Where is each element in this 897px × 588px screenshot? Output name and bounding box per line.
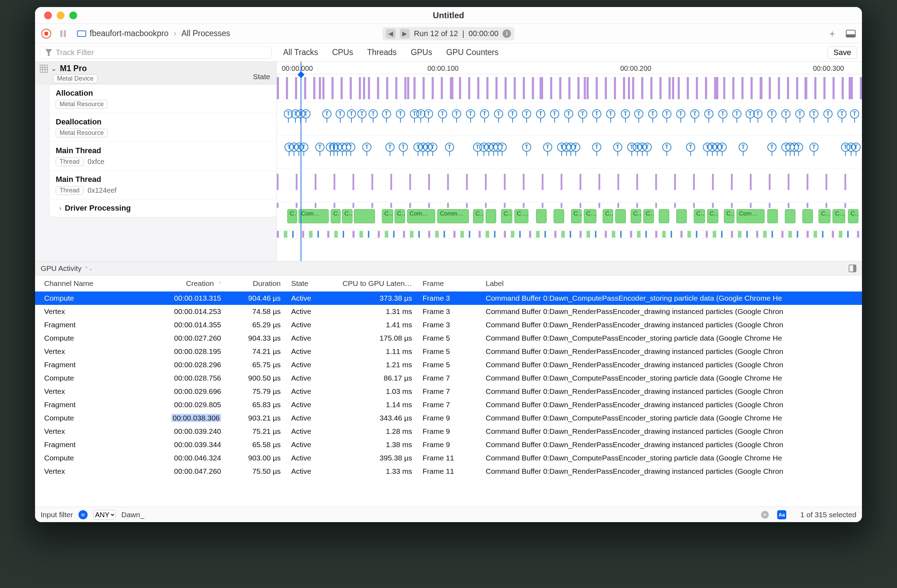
table-row[interactable]: Fragment00:00.014.35565.29 µsActive1.41 … bbox=[35, 318, 862, 331]
run-selector[interactable]: ◀ ▶ Run 12 of 12 | 00:00:00 i bbox=[382, 27, 514, 40]
marker-icon[interactable]: T bbox=[315, 142, 325, 152]
table-header[interactable]: Channel Name Creation ˄ Duration State C… bbox=[35, 276, 862, 291]
marker-icon[interactable]: T bbox=[767, 142, 776, 152]
device-row[interactable]: ⌄ M1 Pro bbox=[40, 64, 87, 73]
command-block[interactable]: C… bbox=[643, 209, 654, 223]
marker-icon[interactable]: T bbox=[536, 109, 545, 118]
marker-icon[interactable]: T bbox=[795, 109, 805, 118]
marker-icon[interactable]: T bbox=[382, 109, 391, 118]
marker-icon[interactable]: T bbox=[438, 109, 447, 118]
lane-main-thread-1[interactable] bbox=[277, 169, 862, 202]
marker-icon[interactable]: T bbox=[718, 142, 727, 152]
marker-icon[interactable]: T bbox=[522, 142, 531, 152]
col-state[interactable]: State bbox=[291, 279, 342, 288]
activity-bar[interactable]: GPU Activity ⌃⌄ bbox=[35, 262, 862, 276]
minimize-window-button[interactable] bbox=[57, 12, 64, 19]
table-row[interactable]: Fragment00:00.039.34465.58 µsActive1.38 … bbox=[35, 438, 862, 451]
marker-icon[interactable]: T bbox=[739, 142, 748, 152]
detail-panel-icon[interactable] bbox=[849, 265, 856, 272]
command-block[interactable]: C… bbox=[382, 209, 393, 223]
breadcrumb[interactable]: fbeaufort-macbookpro › All Processes bbox=[77, 28, 230, 39]
marker-icon[interactable]: T bbox=[648, 109, 657, 118]
command-block[interactable]: C… bbox=[848, 209, 859, 223]
lane-main-thread-2[interactable]: C…Com…C…C…C…C…Com…Comm…C…C…C.…C…C…C…C…C…… bbox=[277, 202, 862, 230]
marker-icon[interactable]: T bbox=[810, 142, 819, 152]
marker-icon[interactable]: T bbox=[480, 109, 489, 118]
table-row[interactable]: Vertex00:00.047.26075.50 µsActive1.33 ms… bbox=[35, 465, 862, 478]
lane-driver-processing[interactable] bbox=[277, 230, 862, 239]
command-block[interactable] bbox=[354, 209, 375, 223]
marker-icon[interactable]: T bbox=[466, 109, 475, 118]
marker-icon[interactable]: T bbox=[399, 142, 408, 152]
lane-deallocation[interactable]: TTTTTTTTTTTTTTTTTTTTTTTTTTTTTTTTTTTTTTTT… bbox=[277, 136, 862, 169]
table-row[interactable]: Fragment00:00.028.29665.75 µsActive1.21 … bbox=[35, 358, 862, 371]
view-tab[interactable]: CPUs bbox=[332, 47, 353, 57]
marker-icon[interactable]: T bbox=[322, 109, 331, 118]
track-item[interactable]: Main ThreadThread0xfce bbox=[49, 142, 277, 171]
marker-icon[interactable]: T bbox=[621, 109, 630, 118]
command-block[interactable]: C… bbox=[395, 209, 405, 223]
marker-icon[interactable]: T bbox=[564, 109, 573, 118]
marker-icon[interactable]: T bbox=[452, 109, 461, 118]
marker-icon[interactable]: T bbox=[592, 109, 601, 118]
col-label[interactable]: Label bbox=[486, 279, 862, 288]
marker-icon[interactable]: T bbox=[424, 109, 433, 118]
col-frame[interactable]: Frame bbox=[422, 279, 486, 288]
marker-icon[interactable]: T bbox=[386, 142, 395, 152]
marker-icon[interactable]: T bbox=[767, 109, 776, 118]
marker-icon[interactable]: T bbox=[732, 109, 741, 118]
command-block[interactable]: C.… bbox=[514, 209, 528, 223]
prev-run-button[interactable]: ◀ bbox=[386, 29, 396, 38]
command-block[interactable]: C… bbox=[694, 209, 705, 223]
marker-icon[interactable]: T bbox=[578, 109, 587, 118]
time-ruler[interactable]: 00:00.00000:00.10000:00.20000:00.300 bbox=[277, 62, 862, 74]
marker-icon[interactable]: T bbox=[550, 109, 559, 118]
command-block[interactable] bbox=[615, 209, 626, 223]
table-body[interactable]: Compute00:00.013.315904.46 µsActive373.3… bbox=[35, 291, 862, 507]
command-block[interactable]: Comm… bbox=[437, 209, 469, 223]
command-block[interactable]: C… bbox=[287, 209, 297, 223]
case-sensitive-toggle[interactable]: Aa bbox=[777, 510, 786, 519]
marker-icon[interactable]: T bbox=[347, 109, 356, 118]
marker-icon[interactable]: T bbox=[718, 109, 727, 118]
info-icon[interactable]: i bbox=[503, 29, 511, 38]
add-button[interactable]: ＋ bbox=[828, 28, 837, 40]
marker-icon[interactable]: T bbox=[676, 109, 685, 118]
command-block[interactable]: C… bbox=[584, 209, 596, 223]
marker-icon[interactable]: T bbox=[571, 142, 580, 152]
table-row[interactable]: Vertex00:00.028.19574.21 µsActive1.11 ms… bbox=[35, 345, 862, 358]
next-run-button[interactable]: ▶ bbox=[400, 29, 410, 38]
table-row[interactable]: Fragment00:00.029.80565.83 µsActive1.14 … bbox=[35, 398, 862, 411]
marker-icon[interactable]: T bbox=[613, 142, 622, 152]
marker-icon[interactable]: T bbox=[850, 109, 859, 118]
marker-icon[interactable]: T bbox=[810, 109, 819, 118]
marker-icon[interactable]: T bbox=[357, 109, 366, 118]
command-block[interactable] bbox=[554, 209, 564, 223]
col-duration[interactable]: Duration bbox=[235, 279, 291, 288]
marker-icon[interactable]: T bbox=[396, 109, 405, 118]
command-block[interactable] bbox=[676, 209, 687, 223]
command-block[interactable]: C… bbox=[473, 209, 484, 223]
marker-icon[interactable]: T bbox=[686, 142, 695, 152]
lane-allocation[interactable]: TTTTTTTTTTTTTTTTTTTTTTTTTTTTTTTTTTTTTTTT… bbox=[277, 102, 862, 136]
filter-query[interactable]: Dawn_ bbox=[121, 511, 144, 519]
command-block[interactable]: C… bbox=[342, 209, 352, 223]
track-filter-input[interactable]: Track Filter bbox=[40, 46, 272, 59]
table-row[interactable]: Vertex00:00.039.24075.21 µsActive1.28 ms… bbox=[35, 425, 862, 438]
save-button[interactable]: Save bbox=[828, 46, 857, 59]
view-tab[interactable]: All Tracks bbox=[283, 47, 318, 57]
command-block[interactable] bbox=[785, 209, 795, 223]
marker-icon[interactable]: T bbox=[753, 109, 762, 118]
track-item[interactable]: AllocationMetal Resource bbox=[49, 84, 277, 113]
marker-icon[interactable]: T bbox=[508, 109, 517, 118]
command-block[interactable] bbox=[659, 209, 669, 223]
col-latency[interactable]: CPU to GPU Laten… bbox=[342, 279, 422, 288]
command-block[interactable]: C… bbox=[501, 209, 512, 223]
command-block[interactable] bbox=[486, 209, 496, 223]
timeline[interactable]: 00:00.00000:00.10000:00.20000:00.300 TTT… bbox=[277, 62, 862, 261]
lane-state[interactable] bbox=[277, 74, 862, 102]
marker-icon[interactable]: T bbox=[690, 109, 700, 118]
command-block[interactable]: Com… bbox=[736, 209, 765, 223]
view-tab[interactable]: GPUs bbox=[411, 47, 432, 57]
command-block[interactable]: Com… bbox=[298, 209, 329, 223]
